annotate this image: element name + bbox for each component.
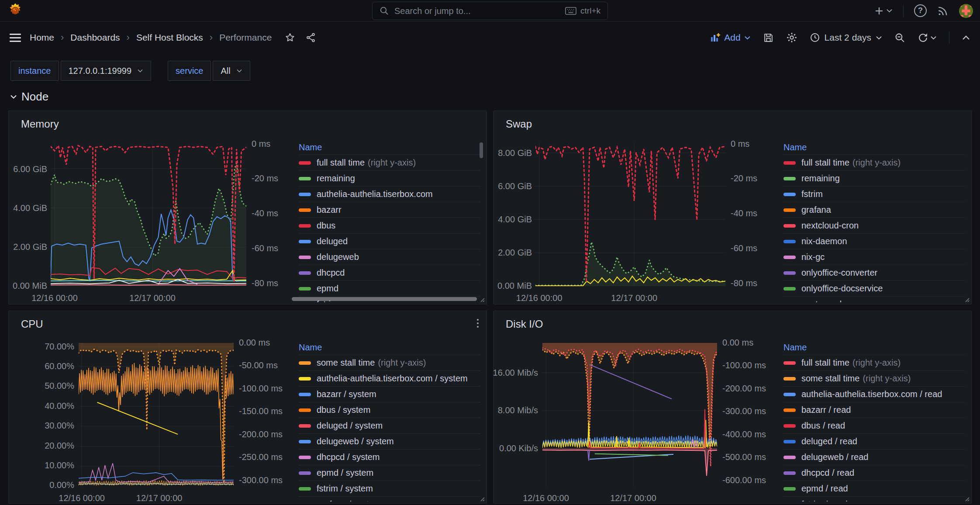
panel-resize-handle[interactable] bbox=[963, 296, 970, 302]
legend-row[interactable]: some stall time(right y-axis) bbox=[299, 355, 480, 370]
panel-title[interactable]: CPU bbox=[21, 318, 43, 330]
legend-series-name: bazarr / read bbox=[801, 405, 851, 415]
legend-row[interactable]: some stall time(right y-axis) bbox=[783, 370, 965, 386]
add-button[interactable]: Add bbox=[710, 32, 750, 43]
legend-row[interactable]: nix-daemon bbox=[783, 233, 965, 249]
search-input[interactable]: Search or jump to... ctrl+k bbox=[372, 2, 608, 20]
legend-series-name: grafana bbox=[801, 205, 831, 215]
help-icon[interactable]: ? bbox=[914, 4, 927, 17]
legend-row[interactable]: nextcloud-cron bbox=[783, 218, 965, 233]
breadcrumb-item[interactable]: Self Host Blocks bbox=[136, 32, 203, 43]
legend-row[interactable]: authelia-authelia.tiserbox.com bbox=[299, 186, 480, 202]
breadcrumb-item[interactable]: Dashboards bbox=[70, 32, 120, 43]
settings-gear-icon[interactable] bbox=[786, 32, 797, 43]
time-range-picker[interactable]: Last 2 days bbox=[810, 32, 882, 43]
legend-row[interactable]: epmd / read bbox=[783, 481, 965, 496]
legend-row[interactable]: deluged / system bbox=[299, 418, 480, 433]
legend-row[interactable]: onlyoffice-docservice bbox=[783, 280, 965, 296]
legend-row[interactable]: delugeweb / system bbox=[299, 433, 480, 449]
legend-row[interactable]: delugeweb bbox=[299, 249, 480, 265]
legend-row[interactable]: full stall time(right y-axis) bbox=[783, 355, 965, 370]
legend-row[interactable]: epmd bbox=[299, 280, 480, 296]
legend-series-suffix: (right y-axis) bbox=[378, 358, 426, 368]
legend-row[interactable]: nix-gc bbox=[783, 249, 965, 265]
y-axis-left: 6.00 GiB4.00 GiB2.00 GiB0.00 MiB bbox=[9, 169, 47, 286]
legend-horizontal-scrollbar[interactable] bbox=[292, 297, 477, 301]
legend-series-name: dbus / system bbox=[317, 405, 370, 415]
chart-plot[interactable]: 12/16 00:0012/17 00:00 bbox=[542, 343, 717, 486]
zoom-out-icon[interactable] bbox=[894, 32, 905, 43]
series-color-pill bbox=[299, 393, 311, 396]
clock-icon bbox=[810, 32, 820, 43]
variable-value-service[interactable]: All bbox=[213, 61, 250, 81]
y-axis-left: 16.00 Mib/s8.00 Mib/s0.00 Kib/s bbox=[493, 373, 538, 448]
share-icon[interactable] bbox=[306, 32, 316, 43]
legend-row[interactable]: dbus bbox=[299, 218, 480, 233]
legend-row[interactable]: epmd / system bbox=[299, 465, 480, 481]
legend-row[interactable]: dhcpcd / read bbox=[783, 465, 965, 481]
legend-vertical-scrollbar[interactable] bbox=[480, 142, 483, 158]
legend-row[interactable]: dbus / read bbox=[783, 418, 965, 433]
plus-icon bbox=[874, 6, 884, 16]
panel-menu-kebab-icon[interactable] bbox=[477, 319, 479, 328]
legend-row[interactable]: fstrim / system bbox=[299, 481, 480, 496]
legend-header-name[interactable]: Name bbox=[299, 140, 480, 155]
news-rss-icon[interactable] bbox=[937, 5, 949, 17]
panel-title[interactable]: Swap bbox=[506, 118, 532, 130]
time-series-chart bbox=[542, 343, 717, 486]
legend-row[interactable]: deluged bbox=[299, 233, 480, 249]
legend: Namesome stall time(right y-axis)autheli… bbox=[299, 340, 480, 502]
legend-header-name[interactable]: Name bbox=[783, 140, 965, 155]
panel-resize-handle[interactable] bbox=[963, 495, 970, 502]
refresh-button[interactable] bbox=[918, 32, 937, 43]
legend-header-name[interactable]: Name bbox=[783, 340, 965, 355]
y-axis-right: 0 ms-20 ms-40 ms-60 ms-80 ms bbox=[252, 144, 278, 283]
chevron-down-icon bbox=[236, 69, 242, 73]
legend-row[interactable]: full stall time(right y-axis) bbox=[783, 155, 965, 170]
legend-row[interactable]: dhcpcd / system bbox=[299, 449, 480, 465]
series-color-pill bbox=[299, 256, 311, 259]
legend-row[interactable]: delugeweb / read bbox=[783, 449, 965, 465]
panel-title[interactable]: Disk I/O bbox=[506, 318, 543, 330]
legend-row[interactable]: bazarr bbox=[299, 202, 480, 218]
legend-row[interactable]: grafana / system bbox=[299, 496, 480, 502]
panel-resize-handle[interactable] bbox=[479, 495, 485, 502]
legend-series-name: dbus / read bbox=[801, 421, 845, 431]
legend-row[interactable]: dhcpcd bbox=[299, 265, 480, 280]
legend-header-name[interactable]: Name bbox=[299, 340, 480, 355]
legend-row[interactable]: deluged / read bbox=[783, 433, 965, 449]
user-avatar[interactable] bbox=[959, 4, 973, 18]
legend-row[interactable]: dbus / system bbox=[299, 402, 480, 418]
legend-row[interactable]: full stall time(right y-axis) bbox=[299, 155, 480, 170]
divider bbox=[949, 31, 949, 44]
collapse-chevron-up-icon[interactable] bbox=[962, 35, 970, 41]
chart-plot[interactable]: 12/16 00:0012/17 00:00 bbox=[51, 143, 246, 286]
legend-row[interactable]: fstrim bbox=[783, 186, 965, 202]
legend-row[interactable]: authelia-authelia.tiserbox.com / system bbox=[299, 370, 480, 386]
panel-title[interactable]: Memory bbox=[21, 118, 59, 130]
legend-row[interactable]: grafana bbox=[783, 202, 965, 218]
legend-row[interactable]: authelia-authelia.tiserbox.com / read bbox=[783, 386, 965, 402]
breadcrumb-item[interactable]: Home bbox=[30, 32, 54, 43]
legend-row[interactable]: fstrim / read bbox=[783, 496, 965, 502]
panel-resize-handle[interactable] bbox=[479, 296, 485, 302]
panel-memory: Memory 6.00 GiB4.00 GiB2.00 GiB0.00 MiB … bbox=[8, 111, 487, 304]
legend-row[interactable]: remaining bbox=[783, 170, 965, 186]
legend-row[interactable]: remaining bbox=[299, 170, 480, 186]
new-menu-button[interactable] bbox=[874, 6, 893, 16]
chart-plot[interactable]: 12/16 00:0012/17 00:00 bbox=[535, 143, 725, 286]
save-dashboard-icon[interactable] bbox=[763, 32, 774, 43]
legend-row[interactable]: postgresql bbox=[783, 296, 965, 302]
menu-toggle-icon[interactable] bbox=[10, 34, 21, 42]
legend-series-name: deluged / read bbox=[801, 436, 857, 446]
legend-row[interactable]: onlyoffice-converter bbox=[783, 265, 965, 280]
legend-row[interactable]: bazarr / read bbox=[783, 402, 965, 418]
star-icon[interactable] bbox=[285, 32, 295, 43]
chart-plot[interactable]: 12/16 00:0012/17 00:00 bbox=[79, 343, 234, 486]
grafana-logo-icon[interactable] bbox=[7, 3, 24, 19]
row-toggle-node[interactable]: Node bbox=[10, 90, 48, 104]
legend-series-name: deluged / system bbox=[317, 421, 383, 431]
legend-series-name: authelia-authelia.tiserbox.com / system bbox=[317, 374, 468, 384]
legend-row[interactable]: bazarr / system bbox=[299, 386, 480, 402]
variable-value-instance[interactable]: 127.0.0.1:19999 bbox=[61, 61, 152, 81]
